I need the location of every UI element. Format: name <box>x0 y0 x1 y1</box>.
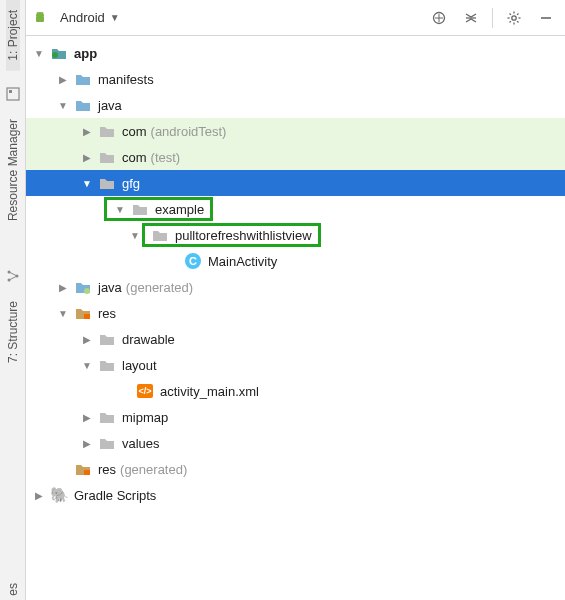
svg-line-17 <box>510 13 511 14</box>
highlight-box: ▼ example <box>104 197 213 221</box>
dropdown-label: Android <box>60 10 105 25</box>
folder-icon <box>98 434 116 452</box>
project-tree[interactable]: ▼ app ▶ manifests ▼ java ▶ com (androidT… <box>26 36 565 600</box>
svg-rect-5 <box>36 16 44 22</box>
expand-arrow-icon[interactable]: ▶ <box>56 280 70 294</box>
node-suffix: (generated) <box>120 462 187 477</box>
node-label: activity_main.xml <box>160 384 259 399</box>
tree-node-gradle-scripts[interactable]: ▶ 🐘 Gradle Scripts <box>26 482 565 508</box>
expand-arrow-icon[interactable]: ▼ <box>113 202 127 216</box>
expand-arrow-icon[interactable]: ▼ <box>56 306 70 320</box>
folder-icon <box>98 330 116 348</box>
svg-rect-0 <box>7 88 19 100</box>
expand-arrow-icon[interactable]: ▶ <box>80 436 94 450</box>
folder-icon <box>98 408 116 426</box>
structure-icon <box>4 267 22 285</box>
expand-arrow-icon[interactable]: ▼ <box>80 358 94 372</box>
highlight-box: pulltorefreshwithlistview <box>142 223 321 247</box>
tree-node-layout[interactable]: ▼ layout <box>26 352 565 378</box>
node-label: mipmap <box>122 410 168 425</box>
view-mode-dropdown[interactable]: Android ▼ <box>54 6 126 29</box>
toolbar-divider <box>492 8 493 28</box>
node-label: com <box>122 124 147 139</box>
tree-node-mainactivity[interactable]: ▶ C MainActivity <box>26 248 565 274</box>
svg-point-23 <box>84 288 90 294</box>
node-label: res <box>98 462 116 477</box>
tab-resource-manager[interactable]: Resource Manager <box>6 109 20 231</box>
folder-icon <box>74 304 92 322</box>
tree-node-example[interactable]: ▼ example <box>26 196 565 222</box>
folder-icon <box>74 278 92 296</box>
svg-line-19 <box>510 21 511 22</box>
svg-line-20 <box>517 13 518 14</box>
tree-node-com-test[interactable]: ▶ com (test) <box>26 144 565 170</box>
expand-arrow-icon[interactable]: ▼ <box>80 176 94 190</box>
expand-arrow-icon[interactable]: ▶ <box>56 72 70 86</box>
expand-arrow-icon[interactable]: ▼ <box>32 46 46 60</box>
expand-arrow-icon[interactable]: ▼ <box>56 98 70 112</box>
package-icon <box>98 148 116 166</box>
resource-manager-icon <box>4 85 22 103</box>
expand-arrow-icon[interactable]: ▶ <box>80 332 94 346</box>
tree-node-activity-main[interactable]: ▶ </> activity_main.xml <box>26 378 565 404</box>
tree-node-com-androidtest[interactable]: ▶ com (androidTest) <box>26 118 565 144</box>
hide-button[interactable] <box>533 5 559 31</box>
node-suffix: (androidTest) <box>151 124 227 139</box>
tree-node-app[interactable]: ▼ app <box>26 40 565 66</box>
settings-button[interactable] <box>501 5 527 31</box>
node-label: com <box>122 150 147 165</box>
folder-icon <box>74 70 92 88</box>
class-icon: C <box>184 252 202 270</box>
node-label: gfg <box>122 176 140 191</box>
tree-node-mipmap[interactable]: ▶ mipmap <box>26 404 565 430</box>
tool-window-strip: 1: Project Resource Manager 7: Structure… <box>0 0 26 600</box>
folder-icon <box>74 460 92 478</box>
tab-es-partial[interactable]: es <box>6 579 20 600</box>
tab-structure[interactable]: 7: Structure <box>6 291 20 373</box>
xml-file-icon: </> <box>136 382 154 400</box>
node-label: java <box>98 280 122 295</box>
chevron-down-icon: ▼ <box>110 12 120 23</box>
project-tool-window: Android ▼ ▼ app ▶ manifests ▼ <box>26 0 565 600</box>
tree-node-manifests[interactable]: ▶ manifests <box>26 66 565 92</box>
tree-node-gfg[interactable]: ▼ gfg <box>26 170 565 196</box>
expand-arrow-icon[interactable]: ▶ <box>32 488 46 502</box>
tree-node-values[interactable]: ▶ values <box>26 430 565 456</box>
expand-arrow-icon[interactable]: ▼ <box>128 228 142 242</box>
project-toolbar: Android ▼ <box>26 0 565 36</box>
node-label: java <box>98 98 122 113</box>
tree-node-java-generated[interactable]: ▶ java (generated) <box>26 274 565 300</box>
node-label: res <box>98 306 116 321</box>
svg-rect-1 <box>9 90 12 93</box>
package-icon <box>131 200 149 218</box>
tree-node-drawable[interactable]: ▶ drawable <box>26 326 565 352</box>
android-icon <box>32 10 48 26</box>
node-label: drawable <box>122 332 175 347</box>
expand-arrow-icon[interactable]: ▶ <box>80 124 94 138</box>
tree-node-java[interactable]: ▼ java <box>26 92 565 118</box>
node-label: app <box>74 46 97 61</box>
tree-node-pulltorefresh[interactable]: ▼ pulltorefreshwithlistview <box>26 222 565 248</box>
package-icon <box>98 122 116 140</box>
gradle-icon: 🐘 <box>50 486 68 504</box>
collapse-all-button[interactable] <box>458 5 484 31</box>
node-label: manifests <box>98 72 154 87</box>
svg-rect-24 <box>84 314 90 319</box>
package-icon <box>151 226 169 244</box>
node-suffix: (generated) <box>126 280 193 295</box>
expand-arrow-icon[interactable]: ▶ <box>80 150 94 164</box>
svg-point-12 <box>512 15 516 19</box>
expand-arrow-icon[interactable]: ▶ <box>80 410 94 424</box>
package-icon <box>98 174 116 192</box>
svg-rect-25 <box>84 470 90 475</box>
folder-icon <box>98 356 116 374</box>
svg-line-18 <box>517 21 518 22</box>
node-label: pulltorefreshwithlistview <box>175 228 312 243</box>
tab-project[interactable]: 1: Project <box>6 0 20 71</box>
select-opened-file-button[interactable] <box>426 5 452 31</box>
tree-node-res-generated[interactable]: ▶ res (generated) <box>26 456 565 482</box>
node-label: Gradle Scripts <box>74 488 156 503</box>
module-icon <box>50 44 68 62</box>
tree-node-res[interactable]: ▼ res <box>26 300 565 326</box>
node-label: layout <box>122 358 157 373</box>
